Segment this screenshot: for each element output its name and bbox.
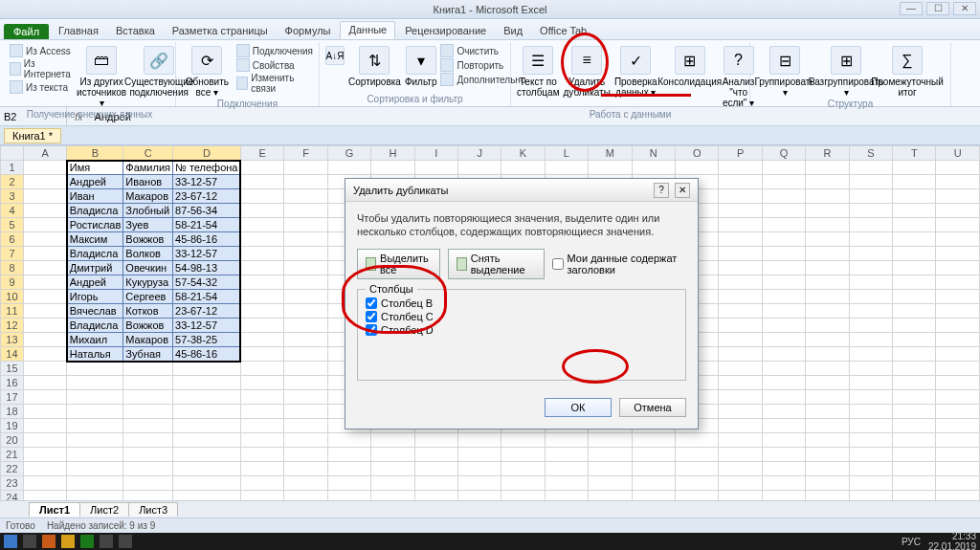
remove-duplicates-button[interactable]: ≡Удалить дубликаты xyxy=(564,44,611,98)
cell[interactable] xyxy=(719,390,762,405)
cell[interactable] xyxy=(936,218,980,232)
cell[interactable] xyxy=(936,247,980,261)
cell[interactable] xyxy=(173,362,241,376)
cell[interactable] xyxy=(893,376,936,390)
cell[interactable] xyxy=(123,476,173,491)
taskbar-excel-icon[interactable] xyxy=(80,535,94,548)
column-header[interactable]: L xyxy=(545,146,588,161)
cell[interactable] xyxy=(936,405,980,419)
cell[interactable] xyxy=(284,476,327,491)
cell[interactable] xyxy=(762,204,805,218)
cell[interactable] xyxy=(414,448,457,462)
cell[interactable]: 58-21-54 xyxy=(173,218,241,232)
cell[interactable] xyxy=(123,462,173,476)
cell[interactable] xyxy=(284,232,327,247)
cell[interactable] xyxy=(173,448,241,462)
cell[interactable] xyxy=(762,175,805,189)
cell[interactable] xyxy=(327,462,370,476)
cell[interactable] xyxy=(893,419,936,433)
cell[interactable] xyxy=(545,433,588,448)
cell[interactable] xyxy=(327,476,370,491)
row-header[interactable]: 7 xyxy=(1,247,24,261)
column-header[interactable]: I xyxy=(414,146,457,161)
cell[interactable] xyxy=(284,275,327,290)
cell[interactable] xyxy=(284,161,327,175)
cell[interactable] xyxy=(457,448,501,462)
cell[interactable] xyxy=(284,189,327,204)
cell[interactable] xyxy=(675,476,718,491)
cell[interactable] xyxy=(632,161,675,175)
column-header[interactable]: N xyxy=(632,146,675,161)
cell[interactable] xyxy=(893,433,936,448)
column-header[interactable]: E xyxy=(240,146,283,161)
cell[interactable]: Волков xyxy=(123,247,173,261)
cell[interactable]: Максим xyxy=(67,232,123,247)
row-header[interactable]: 5 xyxy=(1,218,24,232)
cell[interactable] xyxy=(936,319,980,333)
column-header[interactable]: A xyxy=(23,146,66,161)
column-header[interactable]: Q xyxy=(762,146,805,161)
cell[interactable] xyxy=(284,319,327,333)
cell[interactable]: Зубная xyxy=(123,347,173,362)
row-header[interactable]: 8 xyxy=(1,261,24,275)
cell[interactable] xyxy=(806,304,849,319)
cell[interactable] xyxy=(675,448,718,462)
cell[interactable] xyxy=(806,218,849,232)
cell[interactable] xyxy=(719,405,762,419)
row-header[interactable]: 11 xyxy=(1,304,24,319)
dialog-help-button[interactable]: ? xyxy=(654,183,669,198)
cell[interactable] xyxy=(23,247,66,261)
cell[interactable] xyxy=(240,319,283,333)
cell[interactable] xyxy=(849,189,892,204)
cell[interactable] xyxy=(719,290,762,304)
sheet-tab[interactable]: Лист1 xyxy=(29,502,80,517)
row-header[interactable]: 3 xyxy=(1,189,24,204)
column-header[interactable]: P xyxy=(719,146,762,161)
cell[interactable]: 57-38-25 xyxy=(173,333,241,347)
cell[interactable] xyxy=(849,290,892,304)
refresh-all-button[interactable]: ⟳Обновить все ▾ xyxy=(182,44,233,98)
cell[interactable] xyxy=(675,433,718,448)
cell[interactable] xyxy=(849,218,892,232)
ungroup-button[interactable]: ⊞Разгруппировать ▾ xyxy=(817,44,875,98)
cell[interactable] xyxy=(849,347,892,362)
cell[interactable] xyxy=(173,462,241,476)
row-header[interactable]: 1 xyxy=(1,161,24,175)
cell[interactable] xyxy=(936,362,980,376)
cell[interactable] xyxy=(371,433,414,448)
start-button[interactable] xyxy=(4,535,17,548)
cell[interactable] xyxy=(893,390,936,405)
cell[interactable] xyxy=(762,218,805,232)
taskbar-icon[interactable] xyxy=(61,535,75,548)
cell[interactable] xyxy=(719,161,762,175)
cell[interactable] xyxy=(123,405,173,419)
cell[interactable] xyxy=(849,433,892,448)
from-access-button[interactable]: Из Access xyxy=(10,44,73,57)
properties-button[interactable]: Свойства xyxy=(236,58,313,72)
cell[interactable] xyxy=(936,175,980,189)
cell[interactable] xyxy=(806,448,849,462)
cell[interactable]: 45-86-16 xyxy=(173,232,241,247)
cell[interactable] xyxy=(936,232,980,247)
column-header[interactable]: F xyxy=(284,146,327,161)
cell[interactable] xyxy=(240,275,283,290)
column-checkbox[interactable]: Столбец B xyxy=(366,297,678,309)
taskbar-icon[interactable] xyxy=(100,535,113,548)
cell[interactable] xyxy=(719,347,762,362)
cell[interactable] xyxy=(501,433,545,448)
cell[interactable] xyxy=(762,247,805,261)
cell[interactable] xyxy=(849,362,892,376)
cell[interactable] xyxy=(719,448,762,462)
cell[interactable]: 23-67-12 xyxy=(173,189,241,204)
cell[interactable] xyxy=(806,290,849,304)
cell[interactable] xyxy=(762,462,805,476)
cell[interactable] xyxy=(67,462,123,476)
cell[interactable] xyxy=(936,290,980,304)
cell[interactable] xyxy=(936,448,980,462)
sheet-tab[interactable]: Лист3 xyxy=(128,502,178,517)
cell[interactable]: Вожжов xyxy=(123,232,173,247)
cell[interactable] xyxy=(67,433,123,448)
cell[interactable] xyxy=(284,462,327,476)
cell[interactable] xyxy=(414,476,457,491)
cell[interactable] xyxy=(284,290,327,304)
